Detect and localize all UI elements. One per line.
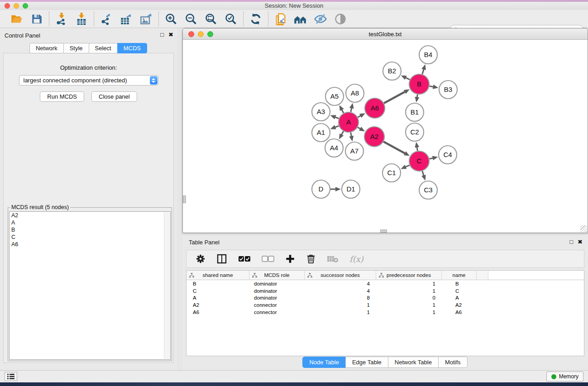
node-C3[interactable]: C3 — [419, 181, 437, 199]
canvas-horizontal-scrollbar[interactable] — [380, 229, 387, 233]
close-panel-button[interactable]: Close panel — [91, 91, 137, 102]
split-table-icon[interactable] — [216, 253, 227, 264]
node-A7[interactable]: A7 — [345, 142, 363, 160]
canvas-vertical-scrollbar[interactable] — [183, 195, 186, 203]
edge-A-A5[interactable] — [342, 110, 344, 113]
node-A3[interactable]: A3 — [312, 103, 330, 121]
column-header-predecessor-nodes[interactable]: predecessor nodes — [376, 271, 442, 280]
table-row[interactable]: A2connector11A2 — [186, 301, 584, 309]
add-column-icon[interactable] — [285, 254, 295, 264]
float-panel-icon[interactable]: □ — [160, 31, 164, 38]
edge-A-A1[interactable] — [335, 126, 339, 127]
node-B4[interactable]: B4 — [419, 46, 437, 64]
node-C[interactable]: C — [409, 151, 429, 171]
tab-edge-table[interactable]: Edge Table — [345, 357, 388, 368]
export-table-icon[interactable] — [120, 12, 133, 26]
zoom-out-icon[interactable] — [184, 12, 198, 26]
edge-A-A7[interactable] — [351, 133, 352, 137]
edge-B-B4[interactable] — [422, 69, 424, 75]
show-all-columns-icon[interactable] — [238, 255, 251, 262]
column-header-successor-nodes[interactable]: successor nodes — [305, 271, 376, 280]
zoom-fit-icon[interactable] — [204, 12, 218, 26]
edge-C-C2[interactable] — [417, 147, 417, 151]
edge-A6-B[interactable] — [384, 92, 405, 104]
node-B[interactable]: B — [409, 74, 429, 94]
table-row[interactable]: Adominator80A — [186, 294, 584, 301]
node-C2[interactable]: C2 — [406, 123, 424, 141]
close-table-panel-icon[interactable]: ✖ — [578, 238, 583, 245]
edge-B-B2[interactable] — [406, 77, 410, 80]
table-tabs: Node TableEdge TableNetwork TableMotifs — [182, 357, 588, 368]
node-D[interactable]: D — [312, 180, 330, 198]
edge-B-B3[interactable] — [430, 86, 434, 87]
node-B2[interactable]: B2 — [383, 62, 401, 80]
node-A1[interactable]: A1 — [312, 124, 330, 142]
refresh-icon[interactable] — [249, 12, 263, 26]
export-network-icon[interactable] — [100, 12, 113, 26]
edge-A-A4[interactable] — [341, 131, 344, 135]
tab-network[interactable]: Network — [29, 43, 64, 53]
node-B1[interactable]: B1 — [406, 103, 424, 121]
zoom-in-icon[interactable] — [164, 12, 178, 26]
node-B3[interactable]: B3 — [439, 81, 457, 99]
column-header-shared-name[interactable]: shared name — [186, 271, 249, 280]
task-history-button[interactable] — [5, 372, 17, 381]
home-view-icon[interactable] — [294, 12, 307, 26]
node-C1[interactable]: C1 — [382, 164, 401, 182]
tab-motifs[interactable]: Motifs — [438, 357, 468, 368]
node-A6[interactable]: A6 — [365, 98, 385, 118]
edge-C-C4[interactable] — [430, 158, 433, 159]
edge-A-A8[interactable] — [351, 108, 352, 112]
edge-A2-C[interactable] — [383, 142, 405, 153]
node-C4[interactable]: C4 — [439, 146, 457, 164]
settings-gear-icon[interactable] — [196, 254, 206, 264]
panel-splitter[interactable] — [177, 28, 182, 370]
table-row[interactable]: A6connector11A6 — [186, 309, 584, 316]
import-network-icon[interactable] — [55, 12, 68, 26]
edge-A-A2[interactable] — [358, 127, 360, 129]
tab-mcds[interactable]: MCDS — [117, 43, 147, 53]
node-A2[interactable]: A2 — [364, 127, 384, 147]
network-canvas[interactable]: AA1A2A3A4A5A6A7A8BB1B2B3B4CC1C2C3C4DD1 — [183, 40, 588, 233]
window-resize-grip[interactable] — [580, 225, 587, 232]
float-table-panel-icon[interactable]: □ — [569, 238, 573, 245]
mcds-result-item[interactable]: A2 — [10, 212, 170, 219]
duplicate-network-icon[interactable] — [274, 12, 287, 26]
edge-C-C1[interactable] — [405, 165, 409, 167]
export-image-icon[interactable] — [139, 12, 153, 26]
open-session-icon[interactable] — [10, 12, 24, 26]
mcds-result-item[interactable]: A6 — [10, 241, 170, 248]
zoom-selected-icon[interactable] — [224, 12, 238, 26]
node-A5[interactable]: A5 — [325, 87, 344, 105]
run-mcds-button[interactable]: Run MCDS — [40, 91, 84, 102]
edge-C-C3[interactable] — [422, 171, 424, 176]
column-header-MCDS-role[interactable]: MCDS role — [249, 271, 305, 280]
list-scrollbar[interactable] — [164, 212, 170, 359]
hide-all-columns-icon[interactable] — [262, 255, 274, 262]
memory-button[interactable]: Memory — [546, 372, 583, 381]
node-A[interactable]: A — [339, 112, 359, 132]
hide-selected-eye-icon[interactable] — [314, 12, 327, 26]
delete-column-trash-icon[interactable] — [306, 254, 316, 264]
table-row[interactable]: Cdominator41C — [186, 287, 584, 295]
mcds-result-item[interactable]: A — [10, 219, 170, 226]
node-D1[interactable]: D1 — [342, 180, 360, 198]
optimization-criterion-select[interactable]: largest connected component (directed) — [19, 75, 158, 86]
edge-A-A6[interactable] — [358, 116, 361, 118]
edge-B-B1[interactable] — [417, 95, 417, 98]
tab-network-table[interactable]: Network Table — [388, 357, 439, 368]
edge-A-A3[interactable] — [335, 117, 339, 119]
node-A8[interactable]: A8 — [346, 84, 364, 102]
tab-style[interactable]: Style — [63, 43, 89, 53]
import-table-icon[interactable] — [75, 12, 88, 26]
close-panel-icon[interactable]: ✖ — [168, 31, 173, 38]
mcds-result-item[interactable]: B — [10, 226, 170, 234]
tab-select[interactable]: Select — [89, 43, 118, 53]
node-A4[interactable]: A4 — [325, 139, 343, 157]
mcds-result-item[interactable]: C — [10, 234, 170, 241]
column-header-name[interactable]: name — [442, 271, 477, 280]
save-session-icon[interactable] — [30, 12, 43, 26]
table-row[interactable]: Bdominator41B — [186, 280, 584, 287]
show-view-eye-icon[interactable] — [334, 12, 347, 26]
tab-node-table[interactable]: Node Table — [302, 357, 346, 368]
